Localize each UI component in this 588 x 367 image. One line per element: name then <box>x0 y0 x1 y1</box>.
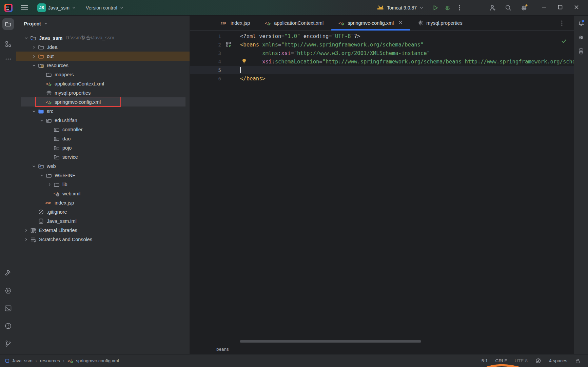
tree-item-src[interactable]: src <box>16 107 190 116</box>
breadcrumb-springmvc-config.xml[interactable]: </springmvc-config.xml <box>67 358 119 364</box>
notifications-bell-icon[interactable] <box>577 20 585 27</box>
code-line-4[interactable]: 4 xsi:schemaLocation="http://www.springf… <box>190 57 574 66</box>
package-icon <box>54 145 60 151</box>
chevron-right-icon[interactable] <box>32 54 36 59</box>
project-tool-button[interactable] <box>2 18 14 30</box>
highlighting-level-icon[interactable] <box>535 358 542 364</box>
terminal-tool-button[interactable] <box>2 303 14 314</box>
more-tool-windows-button[interactable] <box>2 53 14 65</box>
folder-src-icon <box>38 108 44 114</box>
lock-open-icon[interactable] <box>575 358 581 364</box>
code-line-5[interactable]: 5 <box>190 66 574 74</box>
close-tab-icon[interactable] <box>398 20 403 26</box>
tree-item-applicationContext.xml[interactable]: </applicationContext.xml <box>16 79 190 88</box>
chevron-down-icon[interactable] <box>32 63 36 68</box>
tree-item-web[interactable]: web <box>16 161 190 171</box>
settings-button[interactable] <box>517 2 531 14</box>
tree-item-Java_ssm[interactable]: Java_ssmD:\ssm整合\Java_ssm <box>16 33 190 42</box>
tree-item-.gitignore[interactable]: .gitignore <box>16 207 190 216</box>
chevron-right-icon[interactable] <box>24 228 28 233</box>
right-toolbar <box>574 16 588 354</box>
file-encoding[interactable]: UTF-8 <box>515 358 528 363</box>
spring-bean-gutter-icon[interactable] <box>226 42 232 47</box>
tree-item-out[interactable]: out <box>16 52 190 61</box>
chevron-down-icon[interactable] <box>32 109 36 114</box>
chevron-down-icon[interactable] <box>32 164 36 169</box>
problems-tool-button[interactable] <box>2 320 14 332</box>
status-breadcrumbs: Java_ssm›resources›</springmvc-config.xm… <box>5 358 119 364</box>
close-button[interactable] <box>568 2 585 14</box>
tree-item-mysql.properties[interactable]: mysql.properties <box>16 88 190 97</box>
structure-tool-button[interactable] <box>2 38 14 50</box>
tree-item-index.jsp[interactable]: JSPindex.jsp <box>16 198 190 207</box>
tab-index.jsp[interactable]: JSPindex.jsp <box>213 16 257 30</box>
run-config-name: Tomcat 9.0.87 <box>387 5 417 11</box>
orange-arc-decoration <box>483 364 520 367</box>
project-panel-header[interactable]: Project <box>16 16 190 31</box>
project-widget[interactable]: JS Java_ssm <box>35 1 79 14</box>
tab-mysql.properties[interactable]: mysql.properties <box>410 16 470 30</box>
services-tool-button[interactable] <box>2 285 14 296</box>
caret-position[interactable]: 5:1 <box>482 358 488 363</box>
main-menu-button[interactable] <box>18 2 31 13</box>
maximize-button[interactable] <box>552 2 568 14</box>
line-number: 6 <box>190 76 223 81</box>
tree-item-Scratches-and-Consoles[interactable]: Scratches and Consoles <box>16 235 190 244</box>
git-tool-button[interactable] <box>2 338 14 349</box>
run-configuration-widget[interactable]: Tomcat 9.0.87 <box>374 3 427 13</box>
tab-options-kebab-icon[interactable] <box>559 20 565 26</box>
run-button[interactable] <box>429 2 442 13</box>
tab-applicationContext.xml[interactable]: </applicationContext.xml <box>257 16 331 30</box>
breadcrumb-beans[interactable]: beans <box>216 347 229 352</box>
search-everywhere-button[interactable] <box>502 2 515 14</box>
database-icon[interactable] <box>577 48 585 55</box>
chevron-down-icon[interactable] <box>39 173 44 178</box>
tree-item-label: Java_ssm <box>39 35 62 41</box>
debug-icon <box>444 4 451 11</box>
tree-item-WEB-INF[interactable]: WEB-INF <box>16 171 190 180</box>
code-editor[interactable]: 1<?xml version="1.0" encoding="UTF-8"?>2… <box>190 31 574 344</box>
tree-item-pojo[interactable]: pojo <box>16 143 190 152</box>
ai-assistant-icon[interactable] <box>577 34 585 41</box>
horizontal-scrollbar[interactable] <box>240 340 421 343</box>
chevron-right-icon[interactable] <box>47 182 52 187</box>
chevron-down-icon[interactable] <box>39 118 44 123</box>
tree-item-service[interactable]: service <box>16 152 190 161</box>
more-actions-button[interactable] <box>454 2 465 13</box>
tree-item-mappers[interactable]: mappers <box>16 70 190 79</box>
debug-button[interactable] <box>442 2 454 13</box>
code-with-me-button[interactable] <box>486 2 499 14</box>
code-line-3[interactable]: 3 xmlns:xsi="http://www.w3.org/2001/XMLS… <box>190 49 574 57</box>
code-line-1[interactable]: 1<?xml version="1.0" encoding="UTF-8"?> <box>190 32 574 40</box>
chevron-right-icon[interactable] <box>32 45 36 50</box>
tree-item-External-Libraries[interactable]: External Libraries <box>16 226 190 235</box>
code-line-6[interactable]: 6</beans> <box>190 74 574 83</box>
code-text: </beans> <box>240 76 574 82</box>
tree-item-label: mappers <box>55 72 74 77</box>
vcs-widget[interactable]: Version control <box>83 3 127 13</box>
tree-item-dao[interactable]: dao <box>16 134 190 143</box>
line-number: 2 <box>190 42 223 47</box>
tree-item-.idea[interactable]: .idea <box>16 42 190 52</box>
breadcrumb-resources[interactable]: resources <box>40 358 60 363</box>
tree-item-edu.shifan[interactable]: edu.shifan <box>16 116 190 125</box>
jsp-icon: JSP <box>45 200 53 206</box>
tree-item-resources[interactable]: resources <box>16 61 190 70</box>
tree-item-Java_ssm.iml[interactable]: Java_ssm.iml <box>16 216 190 226</box>
minimize-button[interactable] <box>536 2 552 14</box>
tab-springmvc-config.xml[interactable]: </springmvc-config.xml <box>331 16 410 30</box>
tree-item-label: External Libraries <box>39 228 77 233</box>
tree-item-controller[interactable]: controller <box>16 125 190 134</box>
indent-setting[interactable]: 4 spaces <box>549 358 567 363</box>
build-tool-button[interactable] <box>2 267 14 279</box>
chevron-right-icon[interactable] <box>24 237 28 242</box>
chevron-down-icon[interactable] <box>24 36 28 40</box>
code-line-2[interactable]: 2<beans xmlns="http://www.springframewor… <box>190 40 574 49</box>
line-separator[interactable]: CRLF <box>495 358 507 363</box>
tree-item-springmvc-config.xml[interactable]: </springmvc-config.xml <box>21 97 185 107</box>
tree-item-lib[interactable]: lib <box>16 180 190 189</box>
tree-item-web.xml[interactable]: </web.xml <box>16 189 190 198</box>
breadcrumb-Java_ssm[interactable]: Java_ssm <box>5 358 33 363</box>
svg-text:JSP: JSP <box>220 22 226 25</box>
intention-lightbulb-icon[interactable] <box>241 58 247 64</box>
